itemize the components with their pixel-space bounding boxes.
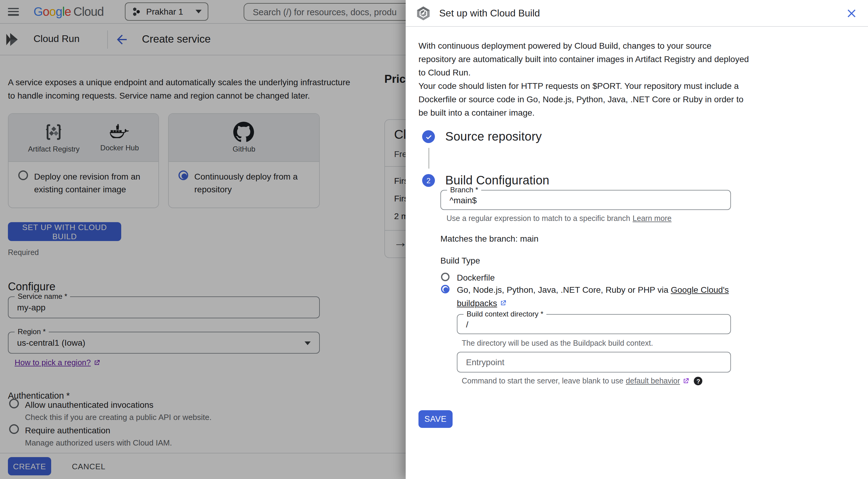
step1-check-icon	[422, 130, 435, 143]
dockerfile-label[interactable]: Dockerfile	[457, 271, 495, 284]
buildpacks-link[interactable]: buildpacks	[457, 298, 497, 308]
google-clouds-link[interactable]: Google Cloud's	[671, 285, 729, 295]
entrypoint-helper-text: Command to start the server, leave blank…	[462, 377, 623, 385]
build-context-label: Build context directory *	[464, 310, 547, 318]
buildpacks-label-prefix: Go, Node.js, Python, Java, .NET Core, Ru…	[457, 285, 671, 295]
entrypoint-helper: Command to start the server, leave blank…	[462, 377, 703, 385]
dialog-title: Set up with Cloud Build	[439, 8, 837, 19]
dialog-description-p2: Your code should listen for HTTP request…	[418, 79, 750, 119]
save-button[interactable]: SAVE	[418, 410, 453, 428]
external-link-icon	[683, 377, 690, 385]
branch-helper: Use a regular expression to match to a s…	[446, 214, 672, 223]
build-type-option-buildpacks: Go, Node.js, Python, Java, .NET Core, Ru…	[441, 284, 732, 310]
help-icon[interactable]: ?	[694, 377, 703, 385]
branch-value: ^main$	[450, 191, 477, 209]
radio-buildpacks[interactable]	[441, 285, 450, 294]
build-context-value: /	[466, 315, 468, 334]
dialog-description-p1: With continuous deployment powered by Cl…	[418, 39, 750, 79]
external-link-icon	[499, 299, 507, 306]
branch-field[interactable]: Branch * ^main$	[440, 190, 731, 210]
step1-title: Source repository	[445, 130, 542, 144]
buildpacks-label[interactable]: Go, Node.js, Python, Java, .NET Core, Ru…	[457, 284, 732, 310]
step2-number-badge: 2	[422, 174, 435, 187]
default-behavior-link[interactable]: default behavior	[626, 377, 680, 385]
dialog-header: Set up with Cloud Build	[406, 0, 868, 27]
step-connector-line	[428, 148, 429, 169]
learn-more-link[interactable]: Learn more	[632, 214, 672, 223]
build-type-option-dockerfile: Dockerfile	[441, 271, 495, 284]
step-source-repository[interactable]: Source repository	[422, 130, 542, 144]
branch-match-result: Matches the branch: main	[440, 234, 538, 243]
entrypoint-field[interactable]: Entrypoint	[457, 352, 731, 373]
close-icon[interactable]	[845, 6, 858, 20]
build-type-heading: Build Type	[440, 255, 480, 265]
build-context-field[interactable]: Build context directory * /	[457, 314, 731, 334]
step-build-configuration[interactable]: 2 Build Configuration	[422, 173, 550, 187]
radio-dockerfile[interactable]	[441, 273, 450, 281]
cloud-build-icon	[415, 5, 431, 21]
screen: GoogleCloud Prakhar 1 Search (/) for res…	[0, 0, 868, 479]
dialog-description: With continuous deployment powered by Cl…	[418, 39, 750, 119]
build-context-helper: The directory will be used as the Buildp…	[462, 339, 653, 347]
cloud-build-dialog: Set up with Cloud Build With continuous …	[406, 0, 868, 479]
branch-helper-text: Use a regular expression to match to a s…	[446, 214, 630, 223]
entrypoint-placeholder: Entrypoint	[466, 352, 504, 372]
